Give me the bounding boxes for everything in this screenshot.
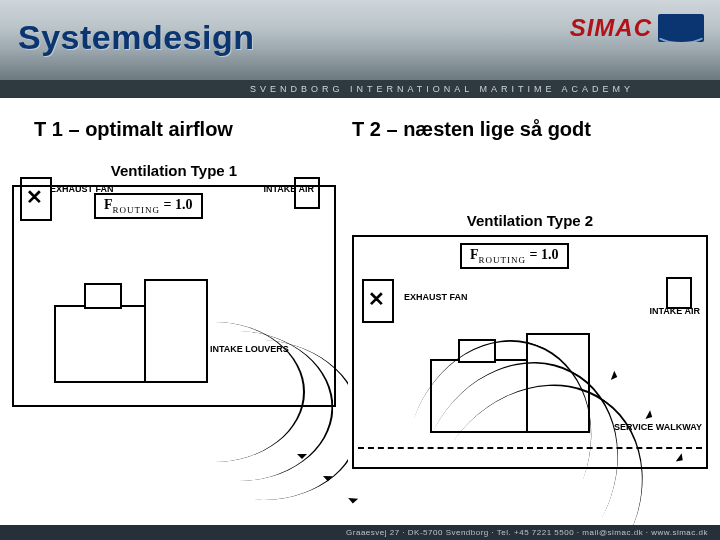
column-heading-left: T 1 – optimalt airflow	[34, 118, 233, 141]
label-exhaust-fan: EXHAUST FAN	[404, 293, 468, 302]
logo-text: SIMAC	[570, 14, 652, 42]
logo-mark-icon	[658, 14, 704, 42]
diagram-ventilation-type-1: Ventilation Type 1 FROUTING = 1.0 EXHAUS…	[8, 160, 340, 420]
footer-bar: Graaesvej 27 · DK-5700 Svendborg · Tel. …	[0, 525, 720, 540]
diagram1-title: Ventilation Type 1	[8, 162, 340, 179]
diagram-ventilation-type-2: Ventilation Type 2 FROUTING = 1.0 EXHAUS…	[348, 210, 712, 480]
diagram1-formula: FROUTING = 1.0	[94, 193, 203, 219]
diagram2-title: Ventilation Type 2	[348, 212, 712, 229]
column-heading-right: T 2 – næsten lige så godt	[352, 118, 591, 141]
formula-symbol: F	[104, 197, 113, 212]
diagram2-room-outline: FROUTING = 1.0 EXHAUST FAN INTAKE AIR SE…	[352, 235, 708, 469]
logo: SIMAC	[570, 14, 704, 42]
formula-subscript: ROUTING	[113, 205, 161, 215]
intake-damper-icon	[666, 277, 692, 309]
diagram2-formula: FROUTING = 1.0	[460, 243, 569, 269]
slide: Systemdesign SIMAC SVENDBORG INTERNATION…	[0, 0, 720, 540]
formula-subscript: ROUTING	[479, 255, 527, 265]
label-exhaust-fan: EXHAUST FAN	[50, 185, 114, 194]
label-intake-air: INTAKE AIR	[264, 185, 315, 194]
formula-symbol: F	[470, 247, 479, 262]
engine-block-icon	[84, 283, 122, 309]
label-intake-air: INTAKE AIR	[650, 307, 701, 316]
formula-value: = 1.0	[160, 197, 192, 212]
exhaust-fan-icon	[362, 279, 394, 323]
formula-value: = 1.0	[526, 247, 558, 262]
slide-title: Systemdesign	[18, 18, 255, 57]
diagram1-room-outline: FROUTING = 1.0 EXHAUST FAN INTAKE AIR IN…	[12, 185, 336, 407]
exhaust-fan-icon	[20, 177, 52, 221]
header-subbar: SVENDBORG INTERNATIONAL MARITIME ACADEMY	[0, 80, 720, 98]
